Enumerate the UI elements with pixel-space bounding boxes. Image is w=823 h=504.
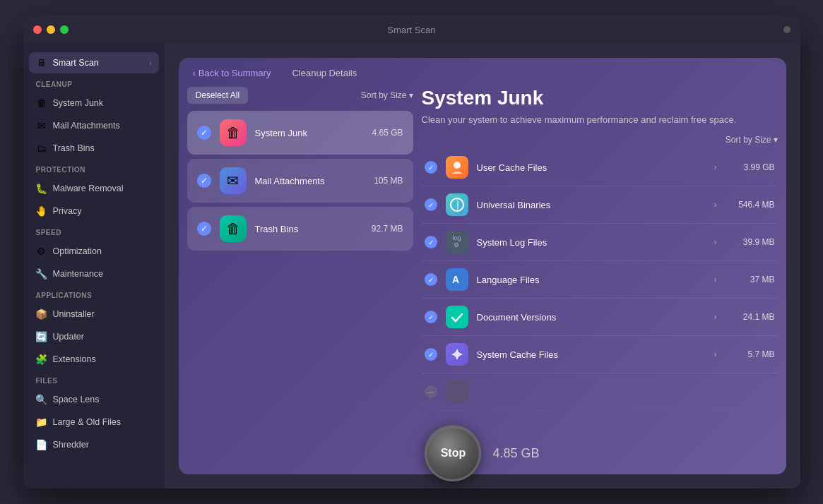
detail-item-universal-binaries[interactable]: ✓ Universal Binaries › 546.4 MB: [422, 186, 778, 224]
large-files-icon: 📁: [36, 416, 47, 428]
detail-panel: System Junk Clean your system to achieve…: [422, 87, 778, 466]
user-cache-size: 3.99 GB: [726, 162, 775, 172]
titlebar-dot: [783, 26, 791, 33]
sidebar-item-trash-bins[interactable]: 🗂 Trash Bins: [29, 138, 159, 159]
system-cache-name: System Cache Files: [477, 349, 706, 360]
close-button[interactable]: [33, 25, 42, 34]
sort-by-size-button[interactable]: Sort by Size ▾: [361, 90, 413, 100]
sidebar-arrow-icon: ›: [149, 59, 151, 67]
fullscreen-button[interactable]: [60, 25, 69, 34]
sidebar-item-system-junk[interactable]: 🗑 System Junk: [29, 92, 159, 114]
sidebar-item-privacy[interactable]: 🤚 Privacy: [29, 200, 159, 222]
minimize-button[interactable]: [47, 25, 55, 34]
universal-binaries-icon: [446, 193, 468, 216]
check-trash-bins: ✓: [197, 222, 211, 236]
system-junk-name: System Junk: [255, 128, 364, 138]
main-content: 🖥 Smart Scan › Cleanup 🗑 System Junk ✉ M…: [23, 44, 800, 488]
system-log-icon: log⚙: [446, 231, 468, 253]
detail-sort-chevron-icon: ▾: [774, 135, 778, 145]
sidebar-item-label: Optimization: [53, 246, 102, 256]
check-document-versions: ✓: [425, 311, 437, 323]
check-mail-attachments: ✓: [197, 174, 211, 188]
sidebar-section-applications: Applications: [23, 286, 165, 302]
list-toolbar: Deselect All Sort by Size ▾: [187, 87, 413, 104]
sidebar-section-protection: Protection: [23, 160, 165, 176]
sort-chevron-icon: ▾: [409, 90, 413, 100]
detail-item-language-files[interactable]: ✓ A Language Files › 37 MB: [422, 261, 778, 299]
smart-scan-icon: 🖥: [36, 57, 47, 68]
sidebar-item-label: Privacy: [53, 206, 82, 216]
detail-item-document-versions[interactable]: ✓ Document Versions › 24.1 MB: [422, 299, 778, 336]
list-item-trash-bins[interactable]: ✓ 🗑 Trash Bins 92.7 MB: [187, 207, 413, 251]
system-log-arrow: ›: [714, 237, 717, 247]
space-lens-icon: 🔍: [36, 394, 47, 405]
system-log-name: System Log Files: [477, 237, 706, 248]
detail-item-system-log[interactable]: ✓ log⚙ System Log Files › 39.9 MB: [422, 224, 778, 261]
sidebar-item-label: Space Lens: [53, 395, 100, 404]
stop-button[interactable]: Stop: [425, 425, 481, 481]
trash-bins-item-icon: 🗑: [220, 215, 247, 242]
malware-icon: 🐛: [36, 183, 47, 194]
optimization-icon: ⚙: [36, 246, 47, 257]
uninstaller-icon: 📦: [36, 308, 47, 320]
shredder-icon: 📄: [36, 439, 47, 450]
sidebar-item-space-lens[interactable]: 🔍 Space Lens: [29, 389, 159, 410]
document-versions-name: Document Versions: [477, 312, 706, 323]
universal-binaries-size: 546.4 MB: [726, 200, 775, 210]
detail-sort-label: Sort by Size: [726, 135, 771, 145]
user-cache-icon: [446, 156, 468, 179]
detail-item-partial[interactable]: —: [422, 373, 778, 411]
deselect-all-button[interactable]: Deselect All: [187, 87, 249, 104]
system-cache-icon: [446, 343, 468, 366]
trash-bins-size: 92.7 MB: [372, 224, 403, 234]
sidebar-item-label: Shredder: [53, 440, 89, 450]
list-item-system-junk[interactable]: ✓ 🗑 System Junk 4.65 GB: [187, 111, 413, 155]
app-window: Smart Scan 🖥 Smart Scan › Cleanup 🗑 Syst…: [23, 16, 800, 488]
check-partial: —: [425, 385, 437, 398]
sidebar-item-label: Extensions: [53, 354, 96, 364]
universal-binaries-arrow: ›: [714, 200, 717, 210]
bottom-bar: Stop 4.85 GB: [165, 425, 800, 481]
detail-item-user-cache[interactable]: ✓ User Cache Files › 3.99 GB: [422, 149, 778, 186]
detail-sort-button[interactable]: Sort by Size ▾: [726, 135, 778, 145]
svg-text:A: A: [452, 274, 459, 285]
user-cache-arrow: ›: [714, 162, 717, 172]
panel-header: ‹ Back to Summary Cleanup Details: [179, 58, 786, 78]
sidebar-item-large-old-files[interactable]: 📁 Large & Old Files: [29, 412, 159, 433]
sidebar-section-files: Files: [23, 371, 165, 388]
trash-bins-name: Trash Bins: [255, 224, 363, 234]
sidebar-item-optimization[interactable]: ⚙ Optimization: [29, 241, 159, 262]
system-junk-icon: 🗑: [36, 97, 47, 109]
check-language-files: ✓: [425, 273, 437, 286]
sidebar-item-smart-scan[interactable]: 🖥 Smart Scan ›: [29, 52, 159, 73]
sidebar-item-maintenance[interactable]: 🔧 Maintenance: [29, 263, 159, 284]
detail-items-list: ✓ User Cache Files › 3.99 GB ✓: [422, 149, 778, 466]
titlebar: Smart Scan: [23, 16, 800, 44]
language-files-icon: A: [446, 268, 468, 291]
check-system-log: ✓: [425, 236, 437, 248]
sidebar-item-shredder[interactable]: 📄 Shredder: [29, 434, 159, 455]
detail-title: System Junk: [422, 87, 778, 109]
maintenance-icon: 🔧: [36, 268, 47, 280]
back-label: Back to Summary: [199, 68, 271, 78]
sidebar-section-speed: Speed: [23, 223, 165, 239]
check-system-junk: ✓: [197, 126, 211, 140]
sidebar-item-label: Updater: [53, 332, 84, 342]
back-to-summary-button[interactable]: ‹ Back to Summary: [193, 68, 271, 78]
list-item-mail-attachments[interactable]: ✓ ✉ Mail Attachments 105 MB: [187, 159, 413, 203]
sidebar-item-extensions[interactable]: 🧩 Extensions: [29, 349, 159, 370]
sidebar-item-label: Maintenance: [53, 269, 104, 279]
system-cache-arrow: ›: [714, 349, 717, 359]
language-files-arrow: ›: [714, 275, 717, 284]
detail-item-system-cache[interactable]: ✓ System Cache Files › 5.7 MB: [422, 336, 778, 373]
check-user-cache: ✓: [425, 161, 437, 174]
sidebar-item-uninstaller[interactable]: 📦 Uninstaller: [29, 304, 159, 325]
document-versions-arrow: ›: [714, 312, 717, 322]
back-chevron-icon: ‹: [193, 68, 196, 78]
sidebar-item-malware-removal[interactable]: 🐛 Malware Removal: [29, 178, 159, 199]
sidebar-item-updater[interactable]: 🔄 Updater: [29, 326, 159, 347]
sidebar-item-label: Trash Bins: [53, 143, 95, 153]
sidebar-item-mail-attachments[interactable]: ✉ Mail Attachments: [29, 115, 159, 136]
window-title: Smart Scan: [388, 25, 436, 35]
sidebar-item-label: System Junk: [53, 98, 104, 108]
